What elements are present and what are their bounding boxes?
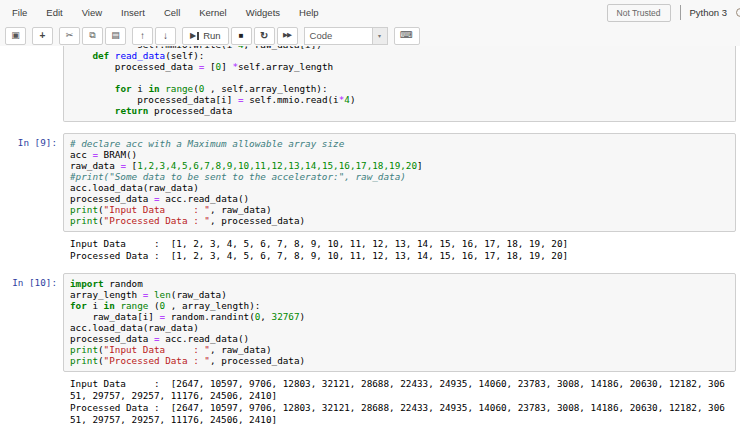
menu-item-file[interactable]: File <box>10 5 29 20</box>
cell-partial-prompt <box>0 46 63 122</box>
menu-item-cell[interactable]: Cell <box>162 5 182 20</box>
toolbar-group-save: ▣ <box>5 27 26 45</box>
menu-item-view[interactable]: View <box>80 5 104 20</box>
code-cell-9: In [9]: # declare acc with a Maximum all… <box>0 133 740 262</box>
cell-9-prompt: In [9]: <box>0 133 63 262</box>
fast-forward-icon: ▶▶ <box>283 32 291 39</box>
menu-item-help[interactable]: Help <box>297 5 321 20</box>
cell-partial-input[interactable]: self.mmio.write(i*4, raw_data[i]) def re… <box>63 46 736 122</box>
menu-item-edit[interactable]: Edit <box>44 5 64 20</box>
copy-icon: ⧉ <box>89 31 95 40</box>
menu-list: File Edit View Insert Cell Kernel Widget… <box>10 5 607 20</box>
cell-9-output: Input Data : [1, 2, 3, 4, 5, 6, 7, 8, 9,… <box>63 238 736 262</box>
stop-icon: ■ <box>239 32 244 40</box>
save-icon: ▣ <box>11 31 20 40</box>
chevron-down-icon: ▾ <box>372 28 387 44</box>
copy-cell-button[interactable]: ⧉ <box>82 27 103 45</box>
paste-icon: ▤ <box>111 31 120 40</box>
toolbar-group-add: + <box>32 27 53 45</box>
cell-9-input[interactable]: # declare acc with a Maximum allowable a… <box>63 133 736 232</box>
run-button-label: Run <box>203 30 220 41</box>
add-cell-button[interactable]: + <box>32 27 53 45</box>
menubar-right: Not Trusted Python 3 <box>607 4 740 22</box>
trust-status-button[interactable]: Not Trusted <box>607 4 671 22</box>
move-cell-down-button[interactable]: ↓ <box>155 27 176 45</box>
plus-icon: + <box>40 31 46 41</box>
menubar: File Edit View Insert Cell Kernel Widget… <box>0 0 740 25</box>
toolbar-group-move: ↑ ↓ <box>132 27 176 45</box>
restart-kernel-button[interactable]: ↻ <box>254 27 275 45</box>
toolbar-group-clipboard: ✂ ⧉ ▤ <box>59 27 126 45</box>
arrow-down-icon: ↓ <box>163 31 168 41</box>
menu-item-insert[interactable]: Insert <box>119 5 147 20</box>
kernel-status-icon <box>736 8 740 17</box>
code-cell-partial: self.mmio.write(i*4, raw_data[i]) def re… <box>0 46 740 122</box>
menu-item-kernel[interactable]: Kernel <box>197 5 228 20</box>
restart-icon: ↻ <box>260 31 268 41</box>
cell-10-code: import randomarray_length = len(raw_data… <box>70 278 729 366</box>
interrupt-kernel-button[interactable]: ■ <box>231 27 252 45</box>
kernel-divider <box>680 5 681 20</box>
cell-9-code: # declare acc with a Maximum allowable a… <box>70 138 729 226</box>
cell-10-prompt: In [10]: <box>0 273 63 426</box>
step-forward-icon: ▶ <box>190 32 199 40</box>
move-cell-up-button[interactable]: ↑ <box>132 27 153 45</box>
save-button[interactable]: ▣ <box>5 27 26 45</box>
run-button[interactable]: ▶ Run <box>182 27 229 45</box>
cell-10-input[interactable]: import randomarray_length = len(raw_data… <box>63 273 736 372</box>
cell-10-output: Input Data : [2647, 10597, 9706, 12803, … <box>63 378 736 426</box>
code-cell-10: In [10]: import randomarray_length = len… <box>0 273 740 426</box>
keyboard-icon: ⌨ <box>400 31 413 40</box>
scissors-icon: ✂ <box>66 31 74 40</box>
cell-partial-code: self.mmio.write(i*4, raw_data[i]) def re… <box>70 46 729 116</box>
cell-type-select[interactable]: Code ▾ <box>304 27 388 45</box>
cell-type-value: Code <box>310 30 333 41</box>
cut-cell-button[interactable]: ✂ <box>59 27 80 45</box>
toolbar-group-run: ▶ Run ■ ↻ ▶▶ <box>182 27 298 45</box>
toolbar: ▣ + ✂ ⧉ ▤ ↑ ↓ ▶ Run ■ ↻ ▶▶ Code ▾ ⌨ <box>0 25 740 46</box>
notebook-area: self.mmio.write(i*4, raw_data[i]) def re… <box>0 46 740 426</box>
menu-item-widgets[interactable]: Widgets <box>244 5 282 20</box>
arrow-up-icon: ↑ <box>140 31 145 41</box>
kernel-name-label: Python 3 <box>690 7 728 18</box>
command-palette-button[interactable]: ⌨ <box>394 27 420 45</box>
restart-run-all-button[interactable]: ▶▶ <box>277 27 298 45</box>
toolbar-group-palette: ⌨ <box>394 27 420 45</box>
paste-cell-button[interactable]: ▤ <box>105 27 126 45</box>
